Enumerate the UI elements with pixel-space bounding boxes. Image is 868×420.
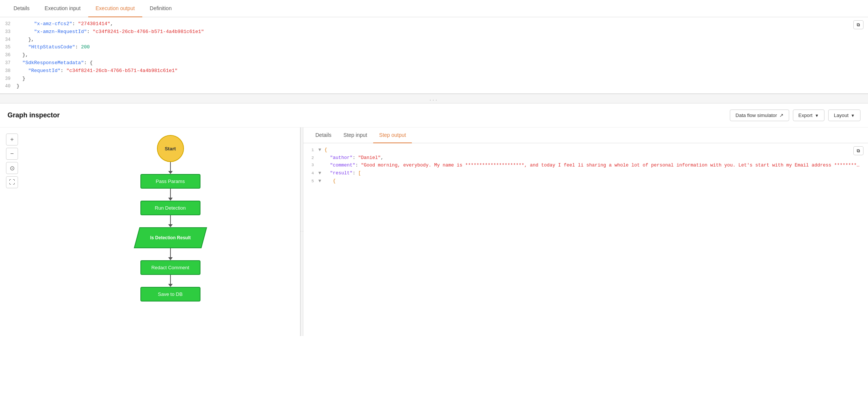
graph-inspector-header: Graph inspector Data flow simulator ↗ Ex…	[0, 104, 868, 128]
graph-body: + − ⊙ ⛶ Start Pass Params	[0, 128, 868, 336]
json-toggle-1[interactable]: ▼	[318, 146, 324, 154]
export-chevron-icon: ▼	[815, 113, 819, 118]
node-pass-params-label: Pass Params	[156, 178, 185, 184]
json-output-panel: ⧉ 1 ▼ { 2 "author" : "Daniel" ,	[303, 143, 868, 336]
code-content: 32 "x-amz-cfcs2" : "274301414" , 33 "x-a…	[0, 17, 868, 93]
code-line-33: 33 "x-amzn-RequestId" : "c34f8241-26cb-4…	[0, 28, 868, 36]
flow-node-container: Start Pass Params Run Detection	[137, 135, 204, 302]
json-line-4: 4 ▼ "result" : [	[303, 170, 868, 177]
layout-button[interactable]: Layout ▼	[828, 110, 860, 121]
tab-details-panel[interactable]: Details	[309, 128, 338, 143]
graph-inspector: Graph inspector Data flow simulator ↗ Ex…	[0, 104, 868, 336]
export-button[interactable]: Export ▼	[793, 110, 824, 121]
zoom-out-button[interactable]: −	[6, 148, 18, 160]
node-redact-comment[interactable]: Redact Comment	[140, 260, 200, 275]
external-link-icon: ↗	[779, 112, 784, 118]
connector-isdetection-redact	[170, 248, 171, 257]
arrow-rundetection-isdetectionresult	[168, 224, 173, 227]
node-is-detection-result[interactable]: Is Detection Result	[134, 227, 207, 248]
node-start-label: Start	[165, 146, 176, 152]
connector-passparams-rundetection	[170, 189, 171, 198]
code-line-36: 36 },	[0, 51, 868, 59]
code-line-38: 38 "RequestId" : "c34f8241-26cb-4766-b57…	[0, 67, 868, 75]
tab-definition[interactable]: Definition	[142, 0, 179, 17]
connector-redact-savetodb	[170, 275, 171, 284]
node-pass-params[interactable]: Pass Params	[140, 174, 200, 189]
code-line-37: 37 "SdkResponseMetadata" : {	[0, 59, 868, 67]
zoom-in-button[interactable]: +	[6, 134, 18, 146]
code-line-40: 40 }	[0, 82, 868, 90]
resize-handle[interactable]: ...	[0, 94, 868, 104]
center-button[interactable]: ⊙	[6, 162, 18, 174]
node-redact-comment-label: Redact Comment	[151, 265, 189, 270]
fit-button[interactable]: ⛶	[6, 176, 18, 188]
arrow-start-passparams	[168, 171, 173, 174]
code-line-35: 35 "HttpStatusCode" : 200	[0, 44, 868, 51]
details-tabs: Details Step input Step output	[303, 128, 868, 143]
tab-details[interactable]: Details	[6, 0, 37, 17]
json-line-3: 3 "comment" : "Good morning, everybody. …	[303, 162, 868, 170]
flow-diagram: Start Pass Params Run Detection	[137, 135, 204, 302]
json-toggle-4[interactable]: ▼	[318, 170, 324, 177]
connector-rundetection-isdetectionresult	[170, 215, 171, 224]
code-section: ⧉ 32 "x-amz-cfcs2" : "274301414" , 33 "x…	[0, 17, 868, 94]
flow-controls: + − ⊙ ⛶	[6, 134, 18, 188]
details-panel: Details Step input Step output ⧉ 1 ▼ { 2…	[303, 128, 868, 336]
export-label: Export	[799, 112, 813, 118]
json-toggle-5[interactable]: ▼	[318, 177, 324, 185]
data-flow-simulator-label: Data flow simulator	[735, 112, 777, 118]
copy-button[interactable]: ⧉	[853, 20, 863, 29]
node-save-to-db-label: Save to DB	[158, 291, 183, 297]
node-run-detection[interactable]: Run Detection	[140, 201, 200, 215]
tab-execution-output[interactable]: Execution output	[88, 0, 142, 17]
layout-label: Layout	[834, 112, 848, 118]
code-line-34: 34 },	[0, 36, 868, 44]
connector-start-passparams	[170, 162, 171, 171]
node-save-to-db[interactable]: Save to DB	[140, 287, 200, 302]
arrow-redact-savetodb	[168, 284, 173, 287]
json-line-1: 1 ▼ {	[303, 146, 868, 154]
json-line-2: 2 "author" : "Daniel" ,	[303, 154, 868, 162]
tab-step-input[interactable]: Step input	[338, 128, 373, 143]
json-copy-button[interactable]: ⧉	[853, 146, 863, 155]
node-start[interactable]: Start	[157, 135, 184, 162]
flow-canvas: + − ⊙ ⛶ Start Pass Params	[0, 128, 300, 336]
connector-diamond-redact	[137, 248, 204, 260]
top-tabs-bar: Details Execution input Execution output…	[0, 0, 868, 17]
node-run-detection-label: Run Detection	[155, 205, 185, 211]
data-flow-simulator-button[interactable]: Data flow simulator ↗	[730, 110, 789, 121]
layout-chevron-icon: ▼	[851, 113, 855, 118]
tab-step-output[interactable]: Step output	[373, 128, 412, 143]
graph-inspector-title: Graph inspector	[8, 111, 60, 119]
code-line-39: 39 }	[0, 75, 868, 83]
code-line-32: 32 "x-amz-cfcs2" : "274301414" ,	[0, 20, 868, 28]
tab-execution-input[interactable]: Execution input	[37, 0, 88, 17]
arrow-isdetection-redact	[168, 257, 173, 260]
graph-header-buttons: Data flow simulator ↗ Export ▼ Layout ▼	[730, 110, 860, 121]
json-line-5: 5 ▼ {	[303, 177, 868, 185]
arrow-passparams-rundetection	[168, 198, 173, 201]
vertical-resize-handle[interactable]: ⋮	[300, 128, 303, 336]
node-is-detection-result-label: Is Detection Result	[150, 235, 190, 240]
